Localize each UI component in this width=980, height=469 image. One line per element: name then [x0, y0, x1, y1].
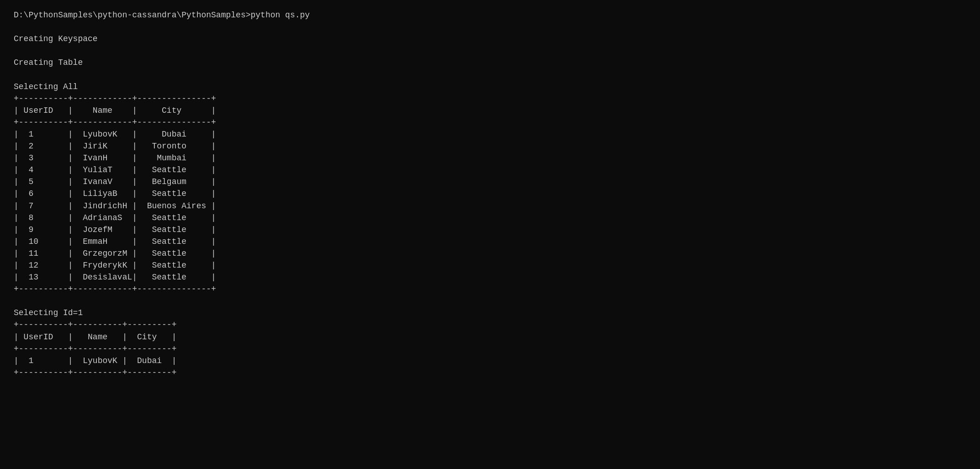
creating-table: Creating Table: [14, 58, 83, 67]
table1-row-11: | 11 | GrzegorzM | Seattle |: [14, 249, 216, 258]
table1-row-7: | 7 | JindrichH | Buenos Aires |: [14, 201, 216, 211]
table1-row-6: | 6 | LiliyaB | Seattle |: [14, 189, 216, 198]
table1-header-border: +----------+------------+---------------…: [14, 118, 216, 127]
table1-row-9: | 9 | JozefM | Seattle |: [14, 225, 216, 234]
creating-keyspace: Creating Keyspace: [14, 34, 98, 43]
table1-row-5: | 5 | IvanaV | Belgaum |: [14, 177, 216, 186]
table2-bottom-border: +----------+----------+---------+: [14, 368, 176, 377]
table1-row-4: | 4 | YuliaT | Seattle |: [14, 165, 216, 174]
terminal-output: D:\PythonSamples\python-cassandra\Python…: [14, 9, 966, 379]
table1-row-13: | 13 | DesislavaL| Seattle |: [14, 273, 216, 282]
blank-line-3: [14, 70, 19, 79]
table1-top-border: +----------+------------+---------------…: [14, 94, 216, 103]
selecting-id1-label: Selecting Id=1: [14, 308, 83, 317]
blank-line-4: [14, 296, 19, 306]
table1-row-12: | 12 | FryderykK | Seattle |: [14, 261, 216, 270]
table1-row-3: | 3 | IvanH | Mumbai |: [14, 153, 216, 163]
table2-header: | UserID | Name | City |: [14, 332, 176, 342]
table1-row-2: | 2 | JiriK | Toronto |: [14, 142, 216, 151]
table1-row-1: | 1 | LyubovK | Dubai |: [14, 130, 216, 139]
selecting-all-label: Selecting All: [14, 82, 78, 91]
table1-header: | UserID | Name | City |: [14, 106, 216, 115]
table1-bottom-border: +----------+------------+---------------…: [14, 285, 216, 294]
blank-line-2: [14, 46, 19, 55]
table2-top-border: +----------+----------+---------+: [14, 320, 176, 329]
table1-row-8: | 8 | AdrianaS | Seattle |: [14, 213, 216, 222]
table2-row-1: | 1 | LyubovK | Dubai |: [14, 356, 176, 365]
table2-header-border: +----------+----------+---------+: [14, 344, 176, 353]
table1-row-10: | 10 | EmmaH | Seattle |: [14, 237, 216, 246]
prompt-line: D:\PythonSamples\python-cassandra\Python…: [14, 11, 310, 20]
blank-line-1: [14, 22, 19, 32]
